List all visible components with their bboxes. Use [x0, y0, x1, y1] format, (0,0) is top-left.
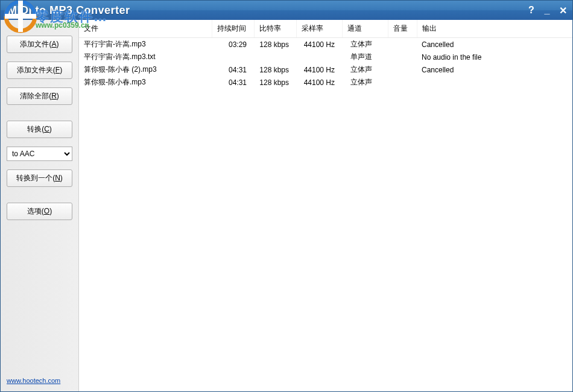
close-button[interactable]: ✕ — [558, 5, 568, 16]
col-header-channel[interactable]: 通道 — [342, 20, 388, 38]
cell-channel: 立体声 — [342, 76, 388, 89]
cell-duration: 04:31 — [212, 63, 254, 76]
cell-duration — [212, 51, 254, 63]
convert-one-label: 转换到一个( — [16, 174, 55, 182]
cell-samplerate: 44100 Hz — [296, 38, 342, 51]
add-file-button[interactable]: 添加文件(A) — [7, 36, 72, 53]
col-header-bitrate[interactable]: 比特率 — [254, 20, 296, 38]
cell-file: 算你狠-陈小春 (2).mp3 — [79, 63, 212, 76]
options-button[interactable]: 选项(O) — [7, 203, 72, 220]
cell-duration: 04:31 — [212, 76, 254, 89]
cell-volume — [388, 63, 417, 76]
convert-label: 转换( — [27, 125, 44, 133]
cell-samplerate: 44100 Hz — [296, 63, 342, 76]
add-folder-label: 添加文件夹( — [17, 66, 55, 74]
cell-volume — [388, 51, 417, 63]
cell-bitrate: 128 kbps — [254, 38, 296, 51]
cell-output: No audio in the file — [417, 51, 572, 63]
add-file-label: 添加文件( — [20, 40, 51, 48]
cell-volume — [388, 38, 417, 51]
cell-duration: 03:29 — [212, 38, 254, 51]
cell-channel: 单声道 — [342, 51, 388, 63]
cell-samplerate — [296, 51, 342, 63]
cell-output: Cancelled — [417, 38, 572, 51]
col-header-volume[interactable]: 音量 — [388, 20, 417, 38]
sidebar: 添加文件(A) 添加文件夹(F) 清除全部(R) 转换(C) to AAC 转换… — [1, 20, 79, 391]
file-table: 文件 持续时间 比特率 采样率 通道 音量 输出 平行宇宙-许嵩.mp303:2… — [79, 20, 572, 89]
cell-volume — [388, 76, 417, 89]
cell-channel: 立体声 — [342, 63, 388, 76]
table-row[interactable]: 算你狠-陈小春 (2).mp304:31128 kbps44100 Hz立体声C… — [79, 63, 572, 76]
table-row[interactable]: 平行宇宙-许嵩.mp3.txt单声道No audio in the file — [79, 51, 572, 63]
clear-all-label: 清除全部( — [20, 92, 51, 100]
cell-bitrate: 128 kbps — [254, 76, 296, 89]
file-list-panel: 文件 持续时间 比特率 采样率 通道 音量 输出 平行宇宙-许嵩.mp303:2… — [79, 20, 572, 391]
cell-output — [417, 76, 572, 89]
minimize-button[interactable]: _ — [542, 5, 552, 16]
add-folder-button[interactable]: 添加文件夹(F) — [7, 62, 72, 79]
options-label: 选项( — [27, 207, 44, 215]
window-controls: ? _ ✕ — [527, 5, 568, 16]
title-bar: MIDI to MP3 Converter ? _ ✕ — [1, 1, 572, 20]
convert-to-one-button[interactable]: 转换到一个(N) — [7, 169, 72, 187]
cell-file: 算你狠-陈小春.mp3 — [79, 76, 212, 89]
convert-button[interactable]: 转换(C) — [7, 121, 72, 138]
cell-file: 平行宇宙-许嵩.mp3 — [79, 38, 212, 51]
table-header-row: 文件 持续时间 比特率 采样率 通道 音量 输出 — [79, 20, 572, 38]
table-row[interactable]: 平行宇宙-许嵩.mp303:29128 kbps44100 Hz立体声Cance… — [79, 38, 572, 51]
col-header-output[interactable]: 输出 — [417, 20, 572, 38]
table-row[interactable]: 算你狠-陈小春.mp304:31128 kbps44100 Hz立体声 — [79, 76, 572, 89]
col-header-file[interactable]: 文件 — [79, 20, 212, 38]
clear-all-button[interactable]: 清除全部(R) — [7, 87, 72, 105]
watermark-logo-icon — [4, 0, 37, 33]
help-icon[interactable]: ? — [527, 5, 536, 16]
svg-rect-2 — [5, 14, 36, 19]
cell-samplerate: 44100 Hz — [296, 76, 342, 89]
cell-bitrate: 128 kbps — [254, 63, 296, 76]
output-format-select[interactable]: to AAC — [7, 147, 72, 161]
cell-output: Cancelled — [417, 63, 572, 76]
col-header-samplerate[interactable]: 采样率 — [296, 20, 342, 38]
cell-bitrate — [254, 51, 296, 63]
col-header-duration[interactable]: 持续时间 — [212, 20, 254, 38]
cell-channel: 立体声 — [342, 38, 388, 51]
cell-file: 平行宇宙-许嵩.mp3.txt — [79, 51, 212, 63]
vendor-link[interactable]: www.hootech.com — [7, 377, 72, 387]
